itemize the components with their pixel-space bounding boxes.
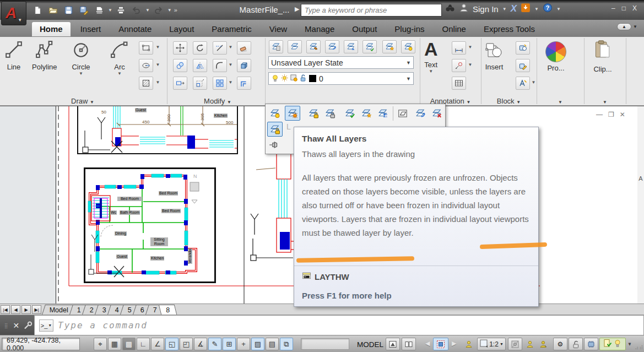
- quick-view-drawings-button[interactable]: [402, 338, 416, 350]
- trim-caret[interactable]: ▼: [228, 45, 234, 50]
- layer-properties-button[interactable]: [269, 40, 283, 53]
- tab-plugins[interactable]: Plug-ins: [387, 22, 432, 36]
- move-tool-button[interactable]: [173, 41, 187, 55]
- properties-panel-caret[interactable]: ▼: [537, 97, 584, 105]
- object-snap-toggle[interactable]: ◱: [165, 338, 178, 350]
- search-binoculars-icon[interactable]: [445, 3, 455, 15]
- tab-parametric[interactable]: Parametric: [204, 22, 259, 36]
- save-button[interactable]: [62, 4, 75, 16]
- rotate-tool-button[interactable]: [193, 41, 207, 55]
- modify-panel-label[interactable]: Modify ▼: [187, 97, 248, 105]
- quick-view-layouts-button[interactable]: [386, 338, 400, 350]
- ellipse-tool-button[interactable]: [139, 59, 153, 72]
- sign-in-button[interactable]: Sign In: [473, 4, 499, 14]
- toolbar-lock-button[interactable]: [569, 338, 583, 350]
- object-snap-tracking-toggle[interactable]: ∡: [194, 338, 207, 350]
- layer-unisolate-button[interactable]: [362, 40, 377, 53]
- tab-output[interactable]: Output: [344, 22, 385, 36]
- lock-layers-button[interactable]: [267, 122, 283, 137]
- first-tab-button[interactable]: |◀: [1, 305, 10, 314]
- maximize-button[interactable]: □: [622, 4, 626, 12]
- close-button[interactable]: X: [632, 4, 637, 12]
- properties-panel-button[interactable]: Pro...: [545, 41, 566, 72]
- text-caret[interactable]: ▼: [429, 69, 433, 74]
- drawing-minimize-button[interactable]: —: [596, 111, 603, 118]
- scale-tool-button[interactable]: [193, 77, 207, 90]
- ellipse-caret[interactable]: ▼: [155, 62, 161, 67]
- mirror-tool-button[interactable]: [193, 59, 207, 72]
- fillet-caret[interactable]: ▼: [228, 62, 234, 67]
- wrench-icon[interactable]: [24, 321, 33, 330]
- layer-unlock-icon[interactable]: [299, 74, 307, 84]
- application-menu-button[interactable]: A ▼: [1, 1, 26, 25]
- dynamic-ucs-toggle[interactable]: ✎: [208, 338, 221, 350]
- text-tool-button[interactable]: A Text ▼: [424, 39, 438, 74]
- tab-express-tools[interactable]: Express Tools: [476, 22, 543, 36]
- previous-tab-button[interactable]: ◀: [11, 305, 20, 314]
- new-file-button[interactable]: [31, 4, 44, 16]
- annotation-scale-button[interactable]: 1:2 ▼: [477, 338, 506, 350]
- tab-annotate[interactable]: Annotate: [111, 22, 159, 36]
- command-input[interactable]: >_ ▼ Type a command: [34, 315, 644, 335]
- pan-left-chevron[interactable]: ◀: [425, 340, 430, 347]
- polyline-tool-button[interactable]: Polyline: [32, 40, 57, 71]
- autodesk-360-icon[interactable]: [521, 3, 531, 15]
- tab-insert[interactable]: Insert: [73, 22, 109, 36]
- insert-block-button[interactable]: Insert: [485, 40, 504, 71]
- redo-dropdown-caret[interactable]: ▼: [167, 8, 172, 13]
- create-block-button[interactable]: [516, 41, 530, 55]
- resize-grip[interactable]: ⣠⣴: [635, 343, 644, 349]
- tab-manage[interactable]: Manage: [297, 22, 342, 36]
- open-file-button[interactable]: [46, 4, 59, 16]
- help-caret[interactable]: ▼: [556, 7, 561, 12]
- block-panel-label[interactable]: Block ▼: [481, 97, 537, 105]
- drawing-close-button[interactable]: ✕: [620, 111, 625, 118]
- layer-thaw-icon[interactable]: [280, 74, 289, 84]
- print-button[interactable]: [115, 4, 128, 16]
- clipboard-panel-button[interactable]: Clip...: [592, 40, 613, 73]
- minimize-button[interactable]: –: [611, 4, 615, 12]
- annotation-autoscale-button[interactable]: [508, 338, 522, 350]
- table-tool-button[interactable]: [452, 77, 466, 90]
- pan-right-chevron[interactable]: ▶: [452, 340, 456, 347]
- define-attributes-button[interactable]: [516, 77, 530, 90]
- tab-online[interactable]: Online: [435, 22, 474, 36]
- plot-button[interactable]: [93, 4, 106, 16]
- layer-state-combo[interactable]: Unsaved Layer State ▼: [268, 56, 414, 69]
- close-command-icon[interactable]: ✕: [13, 321, 20, 330]
- draw-panel-label[interactable]: Draw ▼: [55, 97, 110, 105]
- copy-tool-button[interactable]: [173, 59, 187, 72]
- command-prompt-button[interactable]: >_ ▼: [39, 319, 53, 332]
- annotation-scale-caret[interactable]: ▼: [500, 342, 504, 346]
- drawing-restore-button[interactable]: ❐: [608, 111, 614, 118]
- tab-layout[interactable]: Layout: [161, 22, 202, 36]
- layer-isolate-button[interactable]: [395, 106, 410, 121]
- next-tab-button[interactable]: ▶: [21, 305, 31, 314]
- search-history-arrow-icon[interactable]: ▶: [295, 6, 299, 13]
- layer-previous-button[interactable]: [325, 40, 339, 53]
- plot-dropdown-caret[interactable]: ▼: [108, 8, 112, 13]
- arc-caret[interactable]: ▼: [117, 71, 122, 76]
- offset-tool-button[interactable]: [237, 77, 251, 90]
- layer-delete-button[interactable]: [429, 106, 445, 121]
- dynamic-input-toggle[interactable]: ⊞: [223, 338, 236, 350]
- arc-tool-button[interactable]: Arc ▼: [110, 40, 129, 76]
- hatch-caret[interactable]: ▼: [155, 80, 161, 85]
- annotation-person2-icon[interactable]: [537, 338, 550, 350]
- undo-button[interactable]: [130, 4, 143, 16]
- polar-tracking-toggle[interactable]: ∠: [151, 338, 164, 350]
- hatch-tool-button[interactable]: [139, 77, 153, 90]
- thaw-all-layers-button[interactable]: [285, 106, 300, 121]
- layer-vp-freeze-icon[interactable]: [290, 74, 298, 84]
- layer-previous-button[interactable]: [359, 106, 374, 121]
- infer-constraints-toggle[interactable]: ⌖: [94, 338, 107, 350]
- autodesk-exchange-icon[interactable]: X: [511, 3, 517, 14]
- clipboard-panel-caret[interactable]: ▼: [584, 97, 626, 105]
- layer-freeze-button[interactable]: [382, 40, 397, 53]
- attributes-caret[interactable]: ▼: [531, 80, 537, 85]
- help-icon[interactable]: ?: [543, 3, 553, 15]
- layer-state-caret[interactable]: ▼: [406, 60, 411, 66]
- layer-states-button[interactable]: [288, 40, 302, 53]
- leader-caret[interactable]: ▼: [467, 62, 473, 67]
- redo-button[interactable]: [152, 4, 165, 16]
